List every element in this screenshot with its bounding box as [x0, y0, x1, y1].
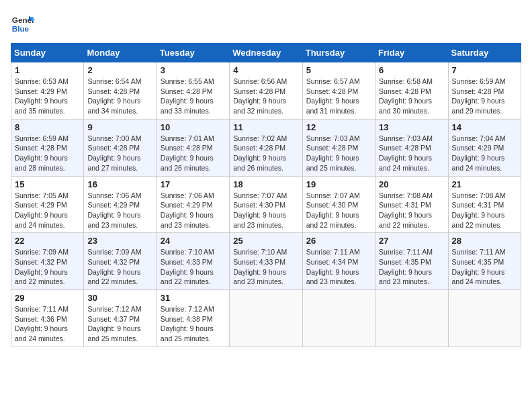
day-info: Sunrise: 7:09 AMSunset: 4:32 PMDaylight:…	[87, 247, 152, 287]
calendar-cell: 24Sunrise: 7:10 AMSunset: 4:33 PMDayligh…	[157, 233, 229, 290]
day-info: Sunrise: 7:11 AMSunset: 4:34 PMDaylight:…	[306, 247, 371, 287]
day-info: Sunrise: 6:59 AMSunset: 4:28 PMDaylight:…	[452, 77, 517, 116]
calendar-cell: 22Sunrise: 7:09 AMSunset: 4:32 PMDayligh…	[11, 233, 84, 290]
svg-text:Blue: Blue	[12, 24, 30, 33]
calendar-cell: 8Sunrise: 6:59 AMSunset: 4:28 PMDaylight…	[11, 119, 84, 176]
day-number: 15	[15, 179, 80, 189]
calendar-cell: 10Sunrise: 7:01 AMSunset: 4:28 PMDayligh…	[157, 119, 229, 176]
calendar-body: 1Sunrise: 6:53 AMSunset: 4:29 PMDaylight…	[11, 62, 521, 347]
day-info: Sunrise: 7:10 AMSunset: 4:33 PMDaylight:…	[161, 247, 226, 287]
day-number: 18	[233, 179, 298, 189]
calendar-cell: 18Sunrise: 7:07 AMSunset: 4:30 PMDayligh…	[230, 176, 302, 233]
dow-header: Sunday	[11, 44, 84, 62]
day-info: Sunrise: 7:06 AMSunset: 4:29 PMDaylight:…	[161, 191, 226, 230]
calendar-cell: 9Sunrise: 7:00 AMSunset: 4:28 PMDaylight…	[84, 119, 157, 176]
day-info: Sunrise: 7:00 AMSunset: 4:28 PMDaylight:…	[87, 134, 152, 173]
day-info: Sunrise: 7:11 AMSunset: 4:36 PMDaylight:…	[15, 304, 80, 344]
day-number: 20	[379, 179, 444, 189]
day-number: 25	[233, 236, 298, 246]
calendar-cell: 21Sunrise: 7:08 AMSunset: 4:31 PMDayligh…	[448, 176, 521, 233]
day-number: 4	[233, 65, 298, 75]
calendar-cell: 19Sunrise: 7:07 AMSunset: 4:30 PMDayligh…	[302, 176, 375, 233]
calendar-cell: 26Sunrise: 7:11 AMSunset: 4:34 PMDayligh…	[302, 233, 375, 290]
calendar-cell: 27Sunrise: 7:11 AMSunset: 4:35 PMDayligh…	[375, 233, 448, 290]
calendar-cell: 31Sunrise: 7:12 AMSunset: 4:38 PMDayligh…	[157, 290, 229, 347]
day-number: 6	[379, 65, 444, 75]
calendar-cell: 12Sunrise: 7:03 AMSunset: 4:28 PMDayligh…	[302, 119, 375, 176]
day-info: Sunrise: 7:03 AMSunset: 4:28 PMDaylight:…	[306, 134, 371, 173]
day-info: Sunrise: 7:02 AMSunset: 4:28 PMDaylight:…	[233, 134, 298, 173]
day-info: Sunrise: 7:03 AMSunset: 4:28 PMDaylight:…	[379, 134, 444, 173]
day-info: Sunrise: 7:10 AMSunset: 4:33 PMDaylight:…	[233, 247, 298, 287]
calendar-cell: 5Sunrise: 6:57 AMSunset: 4:28 PMDaylight…	[302, 62, 375, 120]
calendar-cell: 15Sunrise: 7:05 AMSunset: 4:29 PMDayligh…	[11, 176, 84, 233]
calendar-cell: 11Sunrise: 7:02 AMSunset: 4:28 PMDayligh…	[230, 119, 302, 176]
calendar-cell: 29Sunrise: 7:11 AMSunset: 4:36 PMDayligh…	[11, 290, 84, 347]
day-number: 2	[87, 65, 152, 75]
calendar-week: 15Sunrise: 7:05 AMSunset: 4:29 PMDayligh…	[11, 176, 521, 233]
header: General Blue	[11, 11, 521, 35]
calendar-cell: 14Sunrise: 7:04 AMSunset: 4:29 PMDayligh…	[448, 119, 521, 176]
day-number: 22	[15, 236, 80, 246]
day-info: Sunrise: 7:12 AMSunset: 4:37 PMDaylight:…	[87, 304, 152, 344]
day-info: Sunrise: 7:06 AMSunset: 4:29 PMDaylight:…	[87, 191, 152, 230]
day-info: Sunrise: 6:58 AMSunset: 4:28 PMDaylight:…	[379, 77, 444, 116]
day-number: 7	[452, 65, 517, 75]
day-info: Sunrise: 7:08 AMSunset: 4:31 PMDaylight:…	[452, 191, 517, 230]
dow-header: Friday	[375, 44, 448, 62]
day-number: 5	[306, 65, 371, 75]
day-number: 11	[233, 122, 298, 132]
day-number: 26	[306, 236, 371, 246]
day-number: 13	[379, 122, 444, 132]
dow-header: Tuesday	[157, 44, 229, 62]
calendar-cell: 30Sunrise: 7:12 AMSunset: 4:37 PMDayligh…	[84, 290, 157, 347]
day-info: Sunrise: 7:07 AMSunset: 4:30 PMDaylight:…	[306, 191, 371, 230]
day-number: 8	[15, 122, 80, 132]
day-info: Sunrise: 7:04 AMSunset: 4:29 PMDaylight:…	[452, 134, 517, 173]
day-number: 21	[452, 179, 517, 189]
day-number: 28	[452, 236, 517, 246]
day-info: Sunrise: 7:11 AMSunset: 4:35 PMDaylight:…	[452, 247, 517, 287]
day-number: 29	[15, 293, 80, 303]
day-number: 1	[15, 65, 80, 75]
logo: General Blue	[11, 11, 35, 35]
dow-header: Thursday	[302, 44, 375, 62]
calendar-cell	[375, 290, 448, 347]
calendar-week: 8Sunrise: 6:59 AMSunset: 4:28 PMDaylight…	[11, 119, 521, 176]
day-number: 23	[87, 236, 152, 246]
day-info: Sunrise: 6:55 AMSunset: 4:28 PMDaylight:…	[161, 77, 226, 116]
day-number: 14	[452, 122, 517, 132]
calendar-week: 1Sunrise: 6:53 AMSunset: 4:29 PMDaylight…	[11, 62, 521, 120]
day-number: 27	[379, 236, 444, 246]
day-info: Sunrise: 7:07 AMSunset: 4:30 PMDaylight:…	[233, 191, 298, 230]
calendar-cell: 13Sunrise: 7:03 AMSunset: 4:28 PMDayligh…	[375, 119, 448, 176]
day-info: Sunrise: 7:08 AMSunset: 4:31 PMDaylight:…	[379, 191, 444, 230]
day-number: 24	[161, 236, 226, 246]
day-of-week-row: SundayMondayTuesdayWednesdayThursdayFrid…	[11, 44, 521, 62]
calendar-cell: 16Sunrise: 7:06 AMSunset: 4:29 PMDayligh…	[84, 176, 157, 233]
day-info: Sunrise: 6:53 AMSunset: 4:29 PMDaylight:…	[15, 77, 80, 116]
calendar-cell: 20Sunrise: 7:08 AMSunset: 4:31 PMDayligh…	[375, 176, 448, 233]
calendar-cell: 7Sunrise: 6:59 AMSunset: 4:28 PMDaylight…	[448, 62, 521, 120]
dow-header: Wednesday	[230, 44, 302, 62]
calendar-cell: 6Sunrise: 6:58 AMSunset: 4:28 PMDaylight…	[375, 62, 448, 120]
day-info: Sunrise: 6:54 AMSunset: 4:28 PMDaylight:…	[87, 77, 152, 116]
day-number: 3	[161, 65, 226, 75]
calendar-cell	[230, 290, 302, 347]
calendar-week: 22Sunrise: 7:09 AMSunset: 4:32 PMDayligh…	[11, 233, 521, 290]
calendar: SundayMondayTuesdayWednesdayThursdayFrid…	[11, 43, 521, 347]
day-number: 17	[161, 179, 226, 189]
day-info: Sunrise: 6:56 AMSunset: 4:28 PMDaylight:…	[233, 77, 298, 116]
calendar-cell	[448, 290, 521, 347]
calendar-week: 29Sunrise: 7:11 AMSunset: 4:36 PMDayligh…	[11, 290, 521, 347]
calendar-cell: 28Sunrise: 7:11 AMSunset: 4:35 PMDayligh…	[448, 233, 521, 290]
calendar-cell: 1Sunrise: 6:53 AMSunset: 4:29 PMDaylight…	[11, 62, 84, 120]
calendar-cell: 4Sunrise: 6:56 AMSunset: 4:28 PMDaylight…	[230, 62, 302, 120]
calendar-cell: 25Sunrise: 7:10 AMSunset: 4:33 PMDayligh…	[230, 233, 302, 290]
day-info: Sunrise: 6:59 AMSunset: 4:28 PMDaylight:…	[15, 134, 80, 173]
calendar-cell: 17Sunrise: 7:06 AMSunset: 4:29 PMDayligh…	[157, 176, 229, 233]
calendar-cell: 2Sunrise: 6:54 AMSunset: 4:28 PMDaylight…	[84, 62, 157, 120]
calendar-cell: 23Sunrise: 7:09 AMSunset: 4:32 PMDayligh…	[84, 233, 157, 290]
day-number: 19	[306, 179, 371, 189]
day-number: 16	[87, 179, 152, 189]
